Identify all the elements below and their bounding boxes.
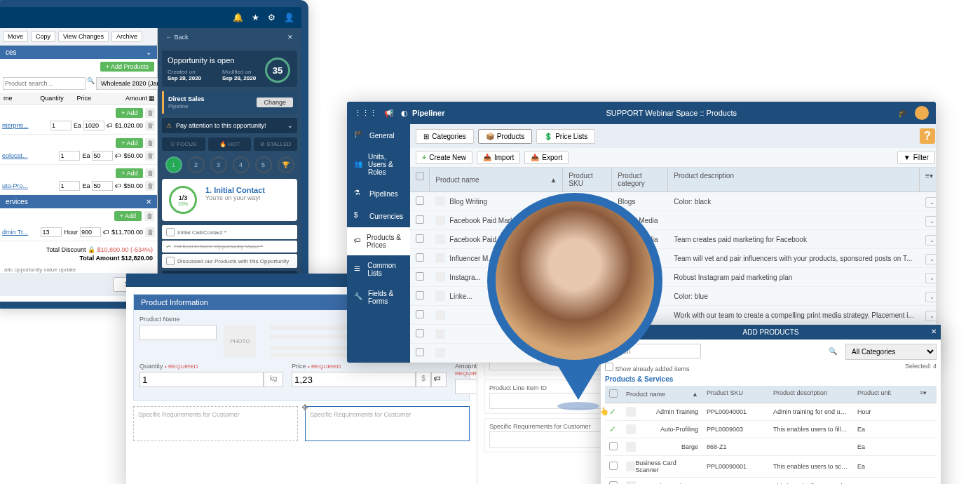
add-button[interactable]: + Add xyxy=(116,168,143,178)
grid-icon[interactable]: ▦ xyxy=(149,95,155,102)
product-name-link[interactable]: eolocat... xyxy=(2,152,57,159)
drag-icon[interactable] xyxy=(435,348,445,358)
row-checkbox[interactable] xyxy=(416,329,424,337)
quantity-field[interactable] xyxy=(139,372,264,387)
add-button[interactable]: + Add xyxy=(116,138,143,148)
row-checkbox[interactable] xyxy=(416,196,424,205)
columns-menu[interactable]: ≡▾ xyxy=(920,168,936,191)
check-item[interactable]: Initial Call/Contact * xyxy=(162,225,297,239)
create-new-button[interactable]: +Create New xyxy=(416,151,472,164)
trash-icon[interactable]: 🗑 xyxy=(145,168,155,178)
product-row[interactable]: Influencer M... ial Media Team will vet … xyxy=(410,249,936,268)
dialog-product-row[interactable]: Barge 868-Z1 Ea xyxy=(605,438,937,456)
chevron-down-icon[interactable]: ⌄ xyxy=(287,122,293,129)
trash-icon[interactable]: 🗑 xyxy=(145,181,155,191)
stage-trophy[interactable]: 🏆 xyxy=(278,156,294,173)
row-checkbox[interactable] xyxy=(609,462,618,470)
stage-5[interactable]: 5 xyxy=(255,156,272,173)
back-button[interactable]: ← Back xyxy=(166,34,189,41)
product-row[interactable]: Linke... edia Color: blue ⌄ xyxy=(410,287,936,306)
drag-icon[interactable] xyxy=(626,462,635,471)
stage-4[interactable]: 4 xyxy=(233,156,250,173)
tag-icon[interactable]: 🏷 xyxy=(103,229,109,236)
trash-icon[interactable]: 🗑 xyxy=(145,138,155,148)
hot-button[interactable]: 🔥 HOT xyxy=(208,137,252,151)
nav-fields-forms[interactable]: 🔧Fields & Forms xyxy=(347,283,410,311)
change-button[interactable]: Change xyxy=(257,98,293,107)
row-checkbox[interactable] xyxy=(416,215,424,224)
select-all-checkbox[interactable] xyxy=(609,389,618,398)
tag-icon[interactable]: 🏷 xyxy=(107,122,113,129)
move-button[interactable]: Move xyxy=(3,31,28,42)
product-row[interactable]: Facebook Paid Marketing (1... *7 Social … xyxy=(410,211,936,230)
filter-button[interactable]: ▼Filter xyxy=(897,151,935,164)
tag-icon[interactable]: 🏷 xyxy=(431,372,447,387)
product-name-link[interactable]: nterpris... xyxy=(2,122,48,129)
drag-icon[interactable] xyxy=(626,481,636,484)
import-button[interactable]: 📥Import xyxy=(477,151,520,164)
nav-products-prices[interactable]: 🏷Products & Prices xyxy=(347,227,410,255)
drag-icon[interactable] xyxy=(626,407,636,417)
pipeliner-logo[interactable]: ◐Pipeliner xyxy=(401,109,444,118)
add-service-button[interactable]: + Add xyxy=(114,211,142,221)
close-icon[interactable]: ✕ xyxy=(931,328,937,335)
spec-req-1[interactable]: Specific Requirements for Customer xyxy=(138,411,293,418)
col-category[interactable]: Product category xyxy=(612,168,668,191)
product-search-input[interactable] xyxy=(3,77,86,90)
bell-icon[interactable]: 🔔 xyxy=(233,13,243,22)
price-input[interactable] xyxy=(83,121,104,130)
row-menu[interactable]: ⌄ xyxy=(925,292,936,302)
qty-input[interactable] xyxy=(59,181,80,191)
dialog-product-row[interactable]: 👆✓ Admin Training PPL00040001 Admin trai… xyxy=(605,403,937,421)
svc-qty[interactable] xyxy=(41,227,62,237)
price-field[interactable] xyxy=(292,372,416,387)
stalled-button[interactable]: ⊘ STALLED xyxy=(254,137,297,151)
nav-pipelines[interactable]: ⚗Pipelines xyxy=(347,182,410,205)
row-checkbox[interactable] xyxy=(416,291,424,300)
check-item[interactable]: ✓Fill field in form: Opportunity Value * xyxy=(162,241,297,253)
svc-price[interactable] xyxy=(80,227,101,237)
copy-button[interactable]: Copy xyxy=(31,31,55,42)
row-menu[interactable]: ⌄ xyxy=(925,311,936,321)
drag-icon[interactable] xyxy=(435,310,445,320)
add-button[interactable]: + Add xyxy=(116,108,143,118)
nav-units-users[interactable]: 👥Units, Users & Roles xyxy=(347,147,410,182)
col-product-name[interactable]: Product name▲ xyxy=(430,168,563,191)
tag-icon[interactable]: 🏷 xyxy=(115,152,121,159)
nav-general[interactable]: 🏴General xyxy=(347,124,410,147)
row-menu[interactable]: ⌄ xyxy=(925,254,936,264)
export-button[interactable]: 📤Export xyxy=(524,151,569,164)
row-menu[interactable]: ⌄ xyxy=(925,216,936,227)
drag-icon[interactable] xyxy=(626,442,636,452)
subtab-products[interactable]: 📦Products xyxy=(478,129,532,144)
show-added-checkbox[interactable]: Show already added items xyxy=(605,363,690,372)
row-checkbox[interactable] xyxy=(416,234,424,243)
dialog-product-row[interactable]: ✓ Auto-Profiling PPL0009003 This enables… xyxy=(605,421,937,438)
help-button[interactable]: ? xyxy=(920,128,935,144)
col-description[interactable]: Product description xyxy=(668,168,920,191)
view-changes-button[interactable]: View Changes xyxy=(58,31,109,42)
check-item[interactable]: Discussed our Products with this Opportu… xyxy=(162,254,297,268)
move-handle-icon[interactable]: ✥ xyxy=(301,403,308,412)
row-checkbox[interactable] xyxy=(609,442,618,450)
star-icon[interactable]: ★ xyxy=(252,13,259,22)
avatar[interactable] xyxy=(915,106,929,120)
product-name-link[interactable]: uto-Pro... xyxy=(2,182,57,189)
stage-2[interactable]: 2 xyxy=(188,156,205,173)
drag-icon[interactable] xyxy=(435,234,445,244)
price-input[interactable] xyxy=(92,181,113,191)
add-products-button[interactable]: + Add Products xyxy=(100,62,154,72)
qty-input[interactable] xyxy=(59,151,80,161)
close-icon[interactable]: ✕ xyxy=(146,198,151,206)
drag-icon[interactable] xyxy=(435,329,445,339)
search-icon[interactable]: 🔍 xyxy=(87,77,95,90)
trash-icon[interactable]: 🗑 xyxy=(145,151,155,161)
dialog-search-input[interactable] xyxy=(605,344,701,358)
row-checkbox[interactable] xyxy=(416,310,424,318)
row-menu[interactable]: ⌄ xyxy=(925,197,936,208)
select-all-checkbox[interactable] xyxy=(416,172,424,180)
close-icon[interactable]: ✕ xyxy=(287,34,293,41)
trash-icon[interactable]: 🗑 xyxy=(145,121,155,130)
subtab-price-lists[interactable]: 💲Price Lists xyxy=(536,129,595,144)
product-name-field[interactable] xyxy=(139,325,217,340)
